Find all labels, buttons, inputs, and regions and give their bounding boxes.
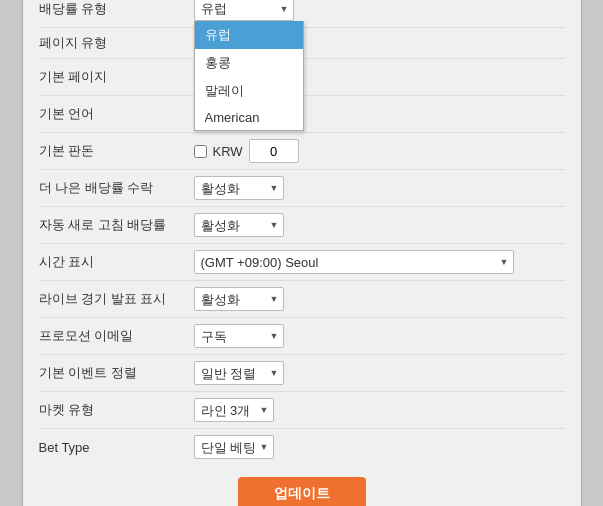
live-display-select-wrapper: 활성화 — [194, 287, 284, 311]
market-type-select-wrapper: 라인 3개 — [194, 398, 274, 422]
krw-input[interactable] — [249, 139, 299, 163]
better-odds-label: 더 나은 배당률 수락 — [39, 179, 194, 197]
dropdown-item-hongkong[interactable]: 홍콩 — [195, 49, 303, 77]
default-language-label: 기본 언어 — [39, 105, 194, 123]
page-type-label: 페이지 유형 — [39, 34, 194, 52]
default-page-label: 기본 페이지 — [39, 68, 194, 86]
odds-type-label: 배당률 유형 — [39, 0, 194, 18]
better-odds-select[interactable]: 활성화 — [194, 176, 284, 200]
odds-type-select-wrapper[interactable]: 유럽 유럽 홍콩 말레이 American — [194, 0, 294, 21]
promo-email-control: 구독 — [194, 324, 565, 348]
currency-checkbox-area: KRW — [194, 139, 299, 163]
bet-type-row: Bet Type 단일 베팅 — [39, 429, 565, 465]
default-event-label: 기본 이벤트 정렬 — [39, 364, 194, 382]
timezone-label: 시간 표시 — [39, 253, 194, 271]
settings-form: 배당률 유형 유럽 유럽 홍콩 말레이 American 페이지 유형 기본 페… — [22, 0, 582, 506]
auto-update-row: 자동 새로 고침 배당률 활성화 — [39, 207, 565, 244]
default-event-select-wrapper: 일반 정렬 — [194, 361, 284, 385]
market-type-select[interactable]: 라인 3개 — [194, 398, 274, 422]
bet-type-select-wrapper: 단일 베팅 — [194, 435, 274, 459]
promo-email-row: 프로모션 이메일 구독 — [39, 318, 565, 355]
timezone-control: (GMT +09:00) Seoul — [194, 250, 565, 274]
odds-type-dropdown: 유럽 홍콩 말레이 American — [194, 21, 304, 131]
timezone-select-wrapper: (GMT +09:00) Seoul — [194, 250, 514, 274]
live-display-control: 활성화 — [194, 287, 565, 311]
dropdown-item-american[interactable]: American — [195, 105, 303, 130]
currency-checkbox[interactable] — [194, 145, 207, 158]
dropdown-item-malay[interactable]: 말레이 — [195, 77, 303, 105]
update-button[interactable]: 업데이트 — [238, 477, 366, 506]
odds-type-row: 배당률 유형 유럽 유럽 홍콩 말레이 American — [39, 0, 565, 28]
default-currency-control: KRW — [194, 139, 565, 163]
odds-type-selected[interactable]: 유럽 — [194, 0, 294, 21]
bet-type-control: 단일 베팅 — [194, 435, 565, 459]
default-event-row: 기본 이벤트 정렬 일반 정렬 — [39, 355, 565, 392]
auto-update-select[interactable]: 활성화 — [194, 213, 284, 237]
default-currency-label: 기본 판돈 — [39, 142, 194, 160]
currency-label: KRW — [213, 144, 243, 159]
dropdown-item-europe[interactable]: 유럽 — [195, 21, 303, 49]
odds-type-control: 유럽 유럽 홍콩 말레이 American — [194, 0, 565, 21]
market-type-label: 마켓 유형 — [39, 401, 194, 419]
better-odds-row: 더 나은 배당률 수락 활성화 — [39, 170, 565, 207]
better-odds-control: 활성화 — [194, 176, 565, 200]
promo-email-label: 프로모션 이메일 — [39, 327, 194, 345]
bet-type-label: Bet Type — [39, 440, 194, 455]
live-display-select[interactable]: 활성화 — [194, 287, 284, 311]
promo-email-select-wrapper: 구독 — [194, 324, 284, 348]
auto-update-control: 활성화 — [194, 213, 565, 237]
market-type-row: 마켓 유형 라인 3개 — [39, 392, 565, 429]
timezone-row: 시간 표시 (GMT +09:00) Seoul — [39, 244, 565, 281]
timezone-select[interactable]: (GMT +09:00) Seoul — [194, 250, 514, 274]
auto-update-select-wrapper: 활성화 — [194, 213, 284, 237]
bet-type-select[interactable]: 단일 베팅 — [194, 435, 274, 459]
live-display-label: 라이브 경기 발표 표시 — [39, 290, 194, 308]
default-event-select[interactable]: 일반 정렬 — [194, 361, 284, 385]
auto-update-label: 자동 새로 고침 배당률 — [39, 216, 194, 234]
live-display-row: 라이브 경기 발표 표시 활성화 — [39, 281, 565, 318]
market-type-control: 라인 3개 — [194, 398, 565, 422]
default-currency-row: 기본 판돈 KRW — [39, 133, 565, 170]
promo-email-select[interactable]: 구독 — [194, 324, 284, 348]
default-event-control: 일반 정렬 — [194, 361, 565, 385]
better-odds-select-wrapper: 활성화 — [194, 176, 284, 200]
